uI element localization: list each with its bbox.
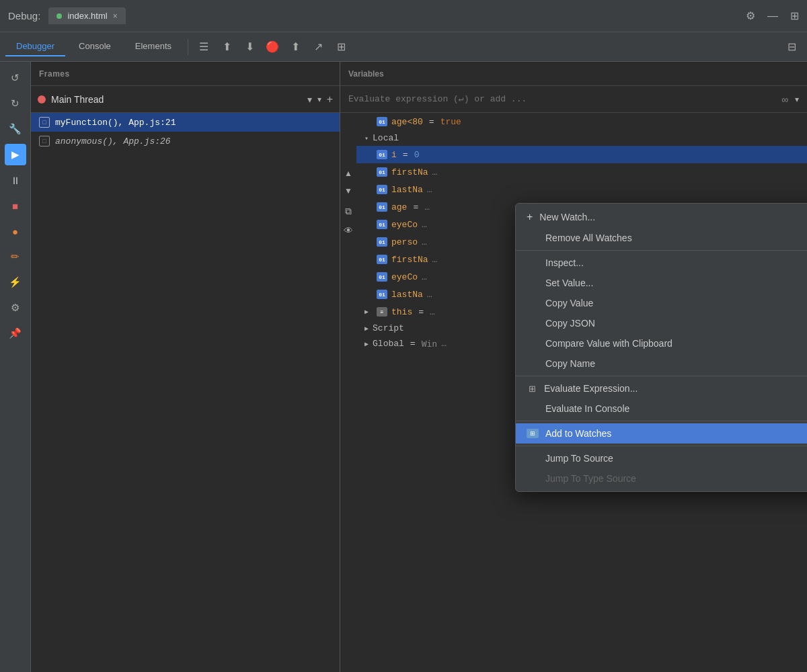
stop-icon[interactable]: ■ [5, 195, 26, 216]
layout-icon[interactable]: ⊞ [790, 9, 799, 22]
ctx-add-watches[interactable]: ⊞ Add to Watches [516, 423, 807, 444]
step-over-icon[interactable]: ⬆ [217, 37, 237, 57]
global-value: Win [422, 339, 437, 349]
ctx-copy-name[interactable]: Copy Name [516, 353, 807, 374]
var-type-icon: 01 [377, 290, 387, 299]
var-equals: = [418, 307, 424, 317]
layout-columns-icon[interactable]: ⊞ [331, 37, 351, 57]
gear-icon[interactable]: ⚙ [5, 297, 26, 319]
ctx-inspect[interactable]: Inspect... [516, 253, 807, 273]
step-into-icon[interactable]: ⬇ [239, 37, 260, 57]
pin-icon[interactable]: 📌 [5, 323, 26, 344]
ctx-label: Jump To Source [545, 453, 613, 464]
var-name: firstNa [391, 255, 428, 265]
var-type-icon: 01 [377, 185, 387, 194]
add-frame-icon[interactable]: + [327, 93, 333, 106]
title-bar: Debug: index.html × ⚙ — ⊞ [0, 0, 807, 32]
var-row-firstname[interactable]: 01 firstNa … [356, 163, 807, 181]
pause-icon[interactable]: ⏸ [5, 169, 26, 191]
ctx-copy-json[interactable]: Copy JSON [516, 313, 807, 333]
ctx-item-content: Copy Name [527, 358, 595, 369]
truncation: … [427, 185, 432, 195]
edit-icon[interactable]: ✏ [5, 246, 26, 267]
scroll-up-icon[interactable]: ▲ [342, 167, 355, 180]
tab-elements[interactable]: Elements [124, 37, 182, 56]
ctx-item-content: Copy Value [527, 298, 593, 308]
eye-icon[interactable]: 👁 [344, 225, 353, 236]
truncation: … [430, 307, 435, 317]
toolbar-separator [188, 39, 188, 55]
ctx-label: Copy Name [545, 358, 595, 369]
ctx-label: Set Value... [545, 278, 593, 288]
ctx-item-content: Compare Value with Clipboard [527, 338, 672, 349]
hamburger-menu-icon[interactable]: ☰ [194, 37, 214, 57]
expand-arrow-icon[interactable]: ▶ [364, 308, 373, 316]
thread-label: Main Thread [51, 94, 302, 105]
var-type-icon: 01 [377, 167, 387, 177]
main-layout: ↺ ↻ 🔧 ▶ ⏸ ■ ● ✏ ⚡ ⚙ 📌 Frames Main Thread… [0, 62, 807, 672]
ctx-separator [516, 250, 807, 251]
ctx-set-value[interactable]: Set Value... F2 [516, 273, 807, 293]
section-collapse-icon: ▶ [364, 340, 369, 348]
var-name: lastNa [391, 290, 423, 300]
ctx-evaluate-console[interactable]: Evaluate In Console [516, 398, 807, 419]
ctx-item-content: Inspect... [527, 257, 584, 268]
frames-toolbar: Main Thread ▾ ▾ + [31, 86, 340, 113]
lightning-icon[interactable]: ⚡ [5, 271, 26, 293]
frame-item[interactable]: □ anonymous(), App.js:26 [31, 132, 340, 151]
ctx-jump-source[interactable]: Jump To Source ⌘↓ [516, 448, 807, 468]
ctx-label: Evaluate Expression... [544, 383, 638, 394]
dropdown-arrow-icon[interactable]: ▾ [317, 95, 321, 104]
tab-debugger[interactable]: Debugger [5, 37, 65, 56]
ctx-separator [516, 446, 807, 446]
ctx-label: Add to Watches [545, 428, 611, 439]
local-section-header[interactable]: ▾ Local [356, 130, 807, 146]
evaluate-input[interactable] [348, 94, 776, 104]
context-menu: + New Watch... Remove All Watches Inspec… [515, 203, 807, 492]
ctx-copy-value[interactable]: Copy Value ⌘C [516, 293, 807, 313]
var-name: lastNa [391, 185, 423, 195]
ctx-evaluate-expression[interactable]: ⊞ Evaluate Expression... ⌥F8 [516, 378, 807, 398]
close-tab-icon[interactable]: × [113, 11, 118, 21]
record-icon[interactable]: ● [5, 220, 26, 242]
ctx-new-watch[interactable]: + New Watch... [516, 206, 807, 228]
var-type-icon: 01 [377, 272, 387, 282]
truncation: … [424, 202, 430, 212]
reload-icon[interactable]: ↺ [5, 67, 26, 89]
ctx-label: Compare Value with Clipboard [545, 338, 672, 349]
var-type-icon: 01 [377, 237, 387, 247]
var-name: age<80 [391, 117, 423, 127]
var-type-icon: 01 [377, 220, 387, 229]
chevron-down-icon[interactable]: ▾ [795, 95, 799, 104]
watch-expression-row: 01 age<80 = true [356, 113, 807, 130]
section-label: Global [373, 339, 404, 349]
frame-name-anonymous: anonymous(), App.js:26 [55, 136, 171, 146]
evaluate-icon[interactable]: ↗ [308, 37, 328, 57]
copy-icon[interactable]: ⧉ [345, 206, 352, 217]
filter-icon[interactable]: ▾ [307, 94, 312, 105]
more-icon[interactable]: ⊟ [781, 37, 802, 57]
wrench-icon[interactable]: 🔧 [5, 118, 26, 140]
ctx-remove-watches[interactable]: Remove All Watches [516, 228, 807, 248]
var-type-icon: 01 [377, 117, 387, 126]
minimize-icon[interactable]: — [767, 10, 778, 22]
section-label: Local [373, 133, 399, 143]
scroll-down-icon[interactable]: ▼ [342, 184, 355, 198]
variables-header: Variables [340, 62, 807, 86]
step-out-icon[interactable]: 🔴 [262, 37, 282, 57]
frame-name: myFunction(), App.js:21 [55, 118, 176, 128]
tab-console[interactable]: Console [68, 37, 122, 56]
refresh-icon[interactable]: ↻ [5, 93, 26, 114]
frame-item[interactable]: □ myFunction(), App.js:21 [31, 113, 340, 132]
var-row-lastname[interactable]: 01 lastNa … [356, 181, 807, 198]
var-equals: = [429, 117, 434, 127]
run-to-cursor-icon[interactable]: ⬆ [285, 37, 305, 57]
var-row-i[interactable]: 01 i = 0 [356, 146, 807, 163]
ctx-compare-clipboard[interactable]: Compare Value with Clipboard [516, 333, 807, 353]
ctx-separator [516, 376, 807, 376]
settings-icon[interactable]: ⚙ [746, 9, 755, 22]
file-tab[interactable]: index.html × [48, 7, 125, 24]
ctx-item-content: Remove All Watches [527, 233, 632, 243]
play-icon[interactable]: ▶ [5, 144, 26, 165]
eval-icons: ∞ ▾ [781, 94, 799, 105]
